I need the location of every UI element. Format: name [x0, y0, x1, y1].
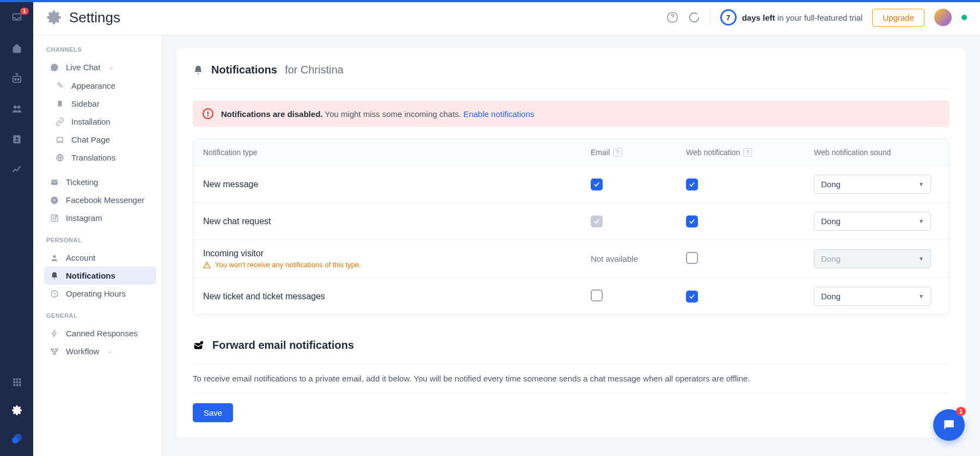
upgrade-button[interactable]: Upgrade: [872, 9, 924, 27]
svg-rect-20: [57, 137, 63, 141]
home-icon[interactable]: [10, 41, 23, 54]
analytics-icon[interactable]: [10, 163, 23, 176]
trial-info: 7 days left in your full-featured trial: [720, 9, 863, 26]
contact-icon[interactable]: [10, 133, 23, 146]
svg-point-18: [12, 437, 19, 443]
nav-sidebar[interactable]: Sidebar: [44, 95, 156, 113]
help-icon[interactable]: [666, 11, 678, 23]
nav-installation[interactable]: Installation: [44, 113, 156, 131]
instagram-icon: [50, 214, 59, 223]
mail-icon: [50, 178, 59, 187]
nav-translations[interactable]: Translations: [44, 149, 156, 167]
table-row: Incoming visitor You won't receive any n…: [193, 240, 949, 278]
chat-fab[interactable]: 1: [933, 409, 965, 441]
web-checkbox[interactable]: [686, 215, 698, 227]
nav-workflow[interactable]: Workflow›: [44, 342, 156, 360]
svg-rect-1: [13, 76, 21, 82]
laptop-icon: [55, 135, 65, 144]
section-subtitle: for Christina: [285, 64, 344, 76]
th-email: Email?: [591, 148, 686, 157]
fab-badge: 1: [956, 407, 966, 416]
section-title: Notifications: [211, 64, 277, 76]
svg-rect-10: [19, 378, 21, 380]
chevron-down-icon: ⌄: [109, 64, 114, 71]
nav-appearance[interactable]: ✎Appearance: [44, 76, 156, 95]
mail-forward-icon: [193, 340, 205, 352]
save-button[interactable]: Save: [193, 403, 233, 422]
nav-section-personal: PERSONAL: [46, 237, 156, 243]
email-checkbox: [591, 215, 603, 227]
nav-instagram[interactable]: Instagram: [44, 209, 156, 227]
people-icon[interactable]: [10, 102, 23, 115]
svg-point-3: [17, 78, 19, 80]
web-checkbox[interactable]: [686, 252, 698, 264]
table-row: New chat request Dong▼: [193, 203, 949, 240]
globe-icon: [55, 153, 65, 162]
nav-section-general: GENERAL: [46, 312, 156, 319]
svg-rect-12: [16, 381, 18, 384]
sound-select[interactable]: Dong▼: [814, 175, 931, 194]
svg-rect-16: [19, 384, 21, 386]
person-icon: [50, 254, 59, 262]
svg-rect-22: [51, 180, 58, 184]
icon-sidebar: 1: [0, 0, 33, 456]
nav-ticketing[interactable]: Ticketing: [44, 173, 156, 191]
nav-notifications[interactable]: Notifications: [44, 267, 156, 285]
nav-live-chat[interactable]: Live Chat ⌄: [44, 58, 156, 76]
status-indicator: [961, 15, 967, 20]
svg-rect-13: [19, 381, 21, 384]
warning-icon: !: [203, 108, 213, 119]
chevron-right-icon: ›: [109, 348, 111, 355]
logo-icon[interactable]: [10, 432, 23, 445]
table-row: New message Dong▼: [193, 166, 949, 203]
refresh-icon[interactable]: [688, 11, 700, 23]
apps-icon[interactable]: [10, 375, 23, 389]
trial-days-badge: 7: [720, 9, 737, 26]
warning-triangle-icon: [203, 261, 211, 269]
forward-description: To receive email notifications to a priv…: [193, 374, 950, 393]
nav-section-channels: CHANNELS: [46, 46, 156, 53]
svg-rect-9: [16, 378, 18, 380]
inbox-badge: 1: [20, 8, 29, 15]
svg-rect-29: [56, 348, 58, 350]
bell-icon: [193, 65, 204, 76]
web-checkbox[interactable]: [686, 178, 698, 190]
sound-select: Dong▼: [814, 249, 931, 268]
svg-rect-30: [53, 353, 56, 354]
caret-down-icon: ▼: [918, 218, 924, 224]
svg-point-2: [14, 78, 16, 80]
help-icon[interactable]: ?: [613, 148, 622, 157]
nav-facebook[interactable]: Facebook Messenger: [44, 191, 156, 209]
nav-operating-hours[interactable]: Operating Hours: [44, 285, 156, 303]
svg-rect-28: [51, 348, 53, 350]
nav-chat-page[interactable]: Chat Page: [44, 131, 156, 149]
web-checkbox[interactable]: [686, 291, 698, 303]
clock-icon: [50, 289, 59, 298]
help-icon[interactable]: ?: [743, 148, 752, 157]
th-sound: Web notification sound: [814, 148, 939, 157]
svg-point-32: [200, 341, 204, 344]
nav-canned[interactable]: Canned Responses: [44, 324, 156, 342]
link-icon: [55, 118, 65, 126]
nav-account[interactable]: Account: [44, 249, 156, 267]
settings-icon[interactable]: [10, 404, 23, 417]
gear-icon: [46, 10, 62, 25]
bot-icon[interactable]: [10, 72, 23, 85]
th-web: Web notification?: [686, 148, 814, 157]
email-checkbox[interactable]: [591, 289, 603, 301]
bookmark-icon: [55, 100, 65, 108]
content-area: Notifications for Christina ! Notificati…: [162, 35, 980, 456]
email-checkbox[interactable]: [591, 178, 603, 190]
sound-select[interactable]: Dong▼: [814, 212, 931, 231]
not-available-text: Not available: [591, 254, 638, 263]
svg-point-5: [17, 106, 20, 109]
inbox-icon[interactable]: 1: [10, 11, 23, 24]
caret-down-icon: ▼: [918, 256, 924, 262]
svg-point-24: [53, 217, 56, 219]
avatar[interactable]: [934, 9, 952, 26]
enable-notifications-link[interactable]: Enable notifications: [463, 109, 534, 119]
messenger-icon: [50, 196, 59, 205]
sound-select[interactable]: Dong▼: [814, 287, 931, 306]
alert-banner: ! Notifications are disabled. You might …: [193, 101, 950, 127]
page-title: Settings: [69, 9, 120, 26]
